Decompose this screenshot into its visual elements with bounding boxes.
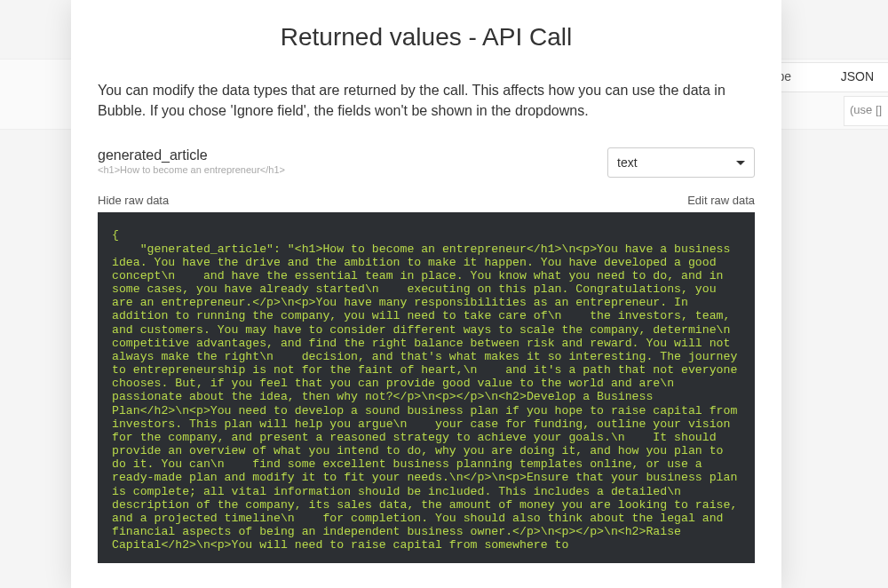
field-row: generated_article <h1>How to become an e…	[98, 147, 755, 178]
chevron-down-icon	[736, 161, 745, 165]
raw-data-box[interactable]: { "generated_article": "<h1>How to becom…	[98, 212, 755, 563]
field-name: generated_article	[98, 147, 590, 163]
returned-values-modal: Returned values - API Call You can modif…	[71, 0, 781, 588]
field-info: generated_article <h1>How to become an e…	[98, 147, 607, 175]
edit-raw-data-link[interactable]: Edit raw data	[687, 194, 755, 207]
modal-body: You can modify the data types that are r…	[71, 59, 781, 563]
background-use-text: (use []	[850, 103, 882, 116]
modal-title: Returned values - API Call	[71, 0, 781, 59]
field-type-select[interactable]: text	[607, 147, 755, 178]
background-type-value: JSON	[841, 69, 874, 83]
field-preview: <h1>How to become an entrepreneur</h1>	[98, 164, 590, 175]
modal-description: You can modify the data types that are r…	[98, 80, 755, 121]
raw-data-bar: Hide raw data Edit raw data	[98, 194, 755, 207]
hide-raw-data-link[interactable]: Hide raw data	[98, 194, 169, 207]
background-use-box: (use []	[844, 96, 888, 126]
field-type-selected: text	[617, 155, 638, 170]
